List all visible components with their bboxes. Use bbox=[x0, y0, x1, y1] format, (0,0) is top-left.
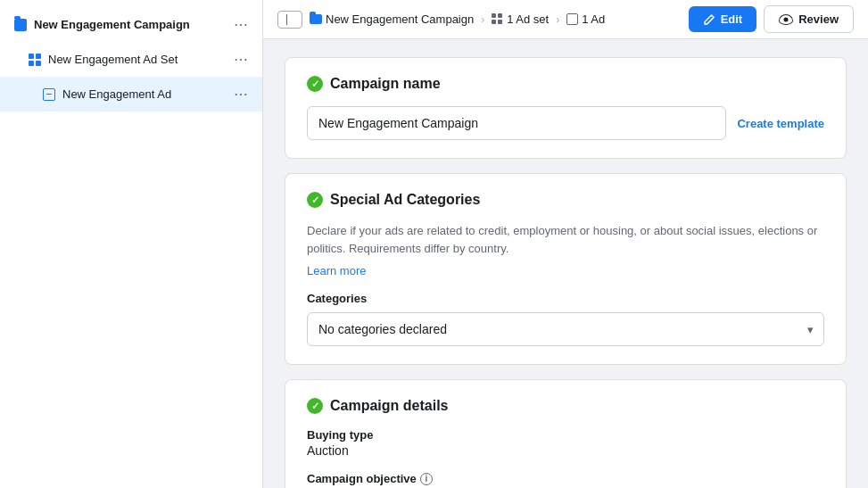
sidebar-item-ad[interactable]: New Engagement Ad ⋯ bbox=[0, 77, 262, 112]
campaign-name-row: Create template bbox=[307, 106, 824, 140]
create-template-link[interactable]: Create template bbox=[737, 117, 824, 130]
sidebar-toggle-button[interactable] bbox=[277, 11, 302, 29]
campaign-objective-label-text: Campaign objective bbox=[307, 472, 417, 485]
campaign-name-heading: Campaign name bbox=[330, 76, 441, 92]
breadcrumb-campaign[interactable]: New Engagement Campaign bbox=[310, 12, 474, 26]
campaign-objective-info-icon[interactable]: i bbox=[420, 473, 433, 485]
sidebar-ad-label: New Engagement Ad bbox=[62, 87, 230, 101]
bc-adset-icon bbox=[492, 13, 503, 25]
campaign-objective-field: Campaign objective i Engagement bbox=[307, 472, 824, 488]
sidebar-item-campaign[interactable]: New Engagement Campaign ⋯ bbox=[0, 7, 262, 42]
sidebar-campaign-label: New Engagement Campaign bbox=[34, 18, 230, 31]
ad-icon bbox=[43, 88, 55, 101]
campaign-name-card: Campaign name Create template bbox=[285, 57, 847, 159]
categories-select-wrapper: No categories declared Credit Employment… bbox=[307, 312, 824, 346]
edit-label: Edit bbox=[721, 12, 743, 26]
breadcrumb-ad[interactable]: 1 Ad bbox=[566, 12, 605, 26]
special-ad-check-icon bbox=[307, 192, 323, 208]
campaign-icon bbox=[14, 19, 27, 31]
bc-adset-label: 1 Ad set bbox=[507, 12, 549, 26]
buying-type-label: Buying type bbox=[307, 428, 824, 442]
sidebar-adset-label: New Engagement Ad Set bbox=[48, 53, 230, 66]
special-ad-description: Declare if your ads are related to credi… bbox=[307, 222, 824, 257]
toggle-inner-icon bbox=[286, 14, 293, 25]
special-ad-heading: Special Ad Categories bbox=[330, 192, 480, 208]
campaign-details-heading: Campaign details bbox=[330, 398, 448, 414]
buying-type-value: Auction bbox=[307, 443, 824, 458]
campaign-objective-label: Campaign objective i bbox=[307, 472, 824, 485]
review-button[interactable]: Review bbox=[764, 5, 854, 33]
bc-ad-icon bbox=[566, 13, 578, 25]
campaign-details-check-icon bbox=[307, 398, 323, 414]
breadcrumb-adset[interactable]: 1 Ad set bbox=[492, 12, 549, 26]
breadcrumb-sep-2: › bbox=[556, 13, 559, 26]
categories-select[interactable]: No categories declared Credit Employment… bbox=[307, 312, 824, 346]
breadcrumb: New Engagement Campaign › 1 Ad set › 1 A… bbox=[277, 11, 605, 29]
campaign-details-title: Campaign details bbox=[307, 398, 824, 414]
eye-icon bbox=[779, 14, 793, 25]
adset-icon bbox=[29, 54, 41, 66]
sidebar-item-adset[interactable]: New Engagement Ad Set ⋯ bbox=[0, 42, 262, 77]
campaign-details-card: Campaign details Buying type Auction Cam… bbox=[285, 379, 847, 488]
adset-more-icon[interactable]: ⋯ bbox=[230, 49, 252, 70]
campaign-more-icon[interactable]: ⋯ bbox=[230, 14, 252, 35]
pencil-icon bbox=[703, 13, 715, 26]
review-label: Review bbox=[798, 12, 839, 26]
learn-more-link[interactable]: Learn more bbox=[307, 264, 366, 277]
top-bar: New Engagement Campaign › 1 Ad set › 1 A… bbox=[263, 0, 868, 39]
bc-campaign-label: New Engagement Campaign bbox=[326, 12, 474, 26]
top-bar-actions: Edit Review bbox=[689, 5, 854, 33]
edit-button[interactable]: Edit bbox=[689, 6, 757, 32]
campaign-name-check-icon bbox=[307, 76, 323, 92]
buying-type-field: Buying type Auction bbox=[307, 428, 824, 458]
campaign-name-title: Campaign name bbox=[307, 76, 824, 92]
main-content: New Engagement Campaign › 1 Ad set › 1 A… bbox=[263, 0, 868, 488]
bc-ad-label: 1 Ad bbox=[582, 12, 605, 26]
special-ad-card: Special Ad Categories Declare if your ad… bbox=[285, 173, 847, 365]
breadcrumb-sep-1: › bbox=[481, 13, 484, 26]
bc-campaign-icon bbox=[310, 14, 322, 24]
categories-label: Categories bbox=[307, 292, 824, 305]
special-ad-title: Special Ad Categories bbox=[307, 192, 824, 208]
content-area: Campaign name Create template Special Ad… bbox=[263, 39, 868, 488]
campaign-name-input[interactable] bbox=[307, 106, 726, 140]
sidebar: New Engagement Campaign ⋯ New Engagement… bbox=[0, 0, 263, 488]
ad-more-icon[interactable]: ⋯ bbox=[230, 84, 252, 104]
